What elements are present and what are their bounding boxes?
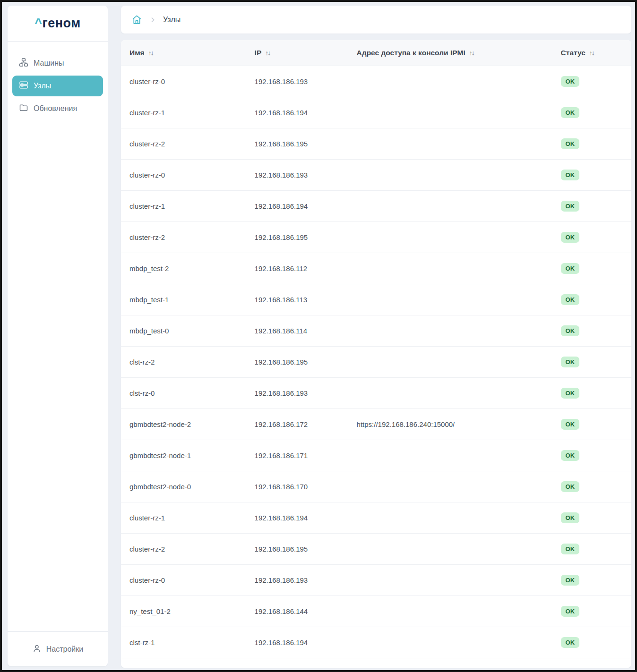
node-ip: 192.168.186.171 <box>246 440 348 471</box>
sidebar-item-machines[interactable]: Машины <box>12 53 103 74</box>
node-status-cell: OK <box>552 627 631 658</box>
node-name: cluster-rz-0 <box>121 66 246 97</box>
sort-icon[interactable]: ↑↓ <box>265 49 271 57</box>
table-row[interactable]: clst-rz-0 192.168.186.193 OK <box>121 378 631 409</box>
status-badge: OK <box>561 637 580 648</box>
table-row[interactable]: 1212nytest1-1 192.168.186.165 OK <box>121 658 631 668</box>
app-window: ^геном Машины <box>0 0 637 672</box>
table-row[interactable]: cluster-rz-0 192.168.186.193 OK <box>121 66 631 97</box>
status-badge: OK <box>561 388 580 399</box>
column-header-label: Статус <box>561 49 585 57</box>
table-row[interactable]: cluster-rz-1 192.168.186.194 OK <box>121 502 631 534</box>
status-badge: OK <box>561 294 580 305</box>
nodes-icon <box>19 80 28 92</box>
node-ip: 192.168.186.194 <box>246 502 348 534</box>
table-row[interactable]: clst-rz-1 192.168.186.194 OK <box>121 627 631 658</box>
node-status-cell: OK <box>552 128 631 160</box>
user-icon <box>32 644 42 655</box>
node-status-cell: OK <box>552 160 631 191</box>
breadcrumb: Узлы <box>121 6 631 34</box>
sort-icon[interactable]: ↑↓ <box>469 49 475 57</box>
updates-icon <box>19 103 28 114</box>
node-ipmi-address <box>348 315 552 347</box>
status-badge: OK <box>561 232 580 243</box>
table-row[interactable]: cluster-rz-0 192.168.186.193 OK <box>121 565 631 596</box>
node-name: cluster-rz-2 <box>121 222 246 253</box>
node-name: cluster-rz-1 <box>121 97 246 128</box>
logo-area: ^геном <box>8 6 108 42</box>
chevron-right-icon <box>149 16 156 24</box>
nodes-table-card: Имя ↑↓ IP ↑↓ Адрес доступа к консоли IPM… <box>121 40 631 668</box>
node-ip: 192.168.186.194 <box>246 627 348 658</box>
table-row[interactable]: cluster-rz-1 192.168.186.194 OK <box>121 97 631 128</box>
node-status-cell: OK <box>552 658 631 668</box>
node-name: mbdp_test-1 <box>121 284 246 315</box>
node-name: mbdp_test-0 <box>121 315 246 347</box>
node-status-cell: OK <box>552 378 631 409</box>
table-row[interactable]: gbmbdtest2-node-0 192.168.186.170 OK <box>121 471 631 502</box>
node-ip: 192.168.186.195 <box>246 128 348 160</box>
table-row[interactable]: cluster-rz-1 192.168.186.194 OK <box>121 191 631 222</box>
table-row[interactable]: cluster-rz-2 192.168.186.195 OK <box>121 222 631 253</box>
home-icon[interactable] <box>131 14 142 25</box>
node-status-cell: OK <box>552 565 631 596</box>
status-badge: OK <box>561 107 580 118</box>
column-header: Имя ↑↓ <box>121 40 246 66</box>
status-badge: OK <box>561 76 580 87</box>
node-status-cell: OK <box>552 347 631 378</box>
nodes-table-header: Имя ↑↓ IP ↑↓ Адрес доступа к консоли IPM… <box>121 40 631 66</box>
node-status-cell: OK <box>552 440 631 471</box>
table-row[interactable]: clst-rz-2 192.168.186.195 OK <box>121 347 631 378</box>
node-ip: 192.168.186.195 <box>246 347 348 378</box>
node-ip: 192.168.186.144 <box>246 596 348 627</box>
table-row[interactable]: mbdp_test-2 192.168.186.112 OK <box>121 253 631 284</box>
node-status-cell: OK <box>552 97 631 128</box>
node-ip: 192.168.186.165 <box>246 658 348 668</box>
column-header: IP ↑↓ <box>246 40 348 66</box>
node-name: clst-rz-1 <box>121 627 246 658</box>
sidebar-item-nodes[interactable]: Узлы <box>12 76 103 96</box>
node-ip: 192.168.186.193 <box>246 565 348 596</box>
table-row[interactable]: ny_test_01-2 192.168.186.144 OK <box>121 596 631 627</box>
logo-text: геном <box>43 16 81 30</box>
node-name: cluster-rz-0 <box>121 565 246 596</box>
node-ip: 192.168.186.193 <box>246 160 348 191</box>
table-row[interactable]: gbmbdtest2-node-1 192.168.186.171 OK <box>121 440 631 471</box>
machines-icon <box>19 58 28 69</box>
app-logo: ^геном <box>34 16 80 31</box>
sidebar: ^геном Машины <box>8 6 108 666</box>
sort-icon[interactable]: ↑↓ <box>589 49 595 57</box>
node-status-cell: OK <box>552 502 631 534</box>
status-badge: OK <box>561 544 580 554</box>
column-header-label: Имя <box>129 49 145 57</box>
status-badge: OK <box>561 481 580 492</box>
table-row[interactable]: cluster-rz-0 192.168.186.193 OK <box>121 160 631 191</box>
sort-icon[interactable]: ↑↓ <box>148 49 154 57</box>
table-row[interactable]: mbdp_test-1 192.168.186.113 OK <box>121 284 631 315</box>
status-badge: OK <box>561 357 580 367</box>
node-ipmi-address <box>348 222 552 253</box>
table-row[interactable]: cluster-rz-2 192.168.186.195 OK <box>121 534 631 565</box>
nodes-table-body: cluster-rz-0 192.168.186.193 OK cluster-… <box>121 66 631 668</box>
node-status-cell: OK <box>552 191 631 222</box>
node-status-cell: OK <box>552 253 631 284</box>
sidebar-item-updates[interactable]: Обновления <box>12 98 103 119</box>
node-ipmi-address <box>348 471 552 502</box>
node-name: ny_test_01-2 <box>121 596 246 627</box>
node-ipmi-address <box>348 191 552 222</box>
node-ip: 192.168.186.195 <box>246 534 348 565</box>
sidebar-item-settings[interactable]: Настройки <box>8 631 108 666</box>
node-name: gbmbdtest2-node-1 <box>121 440 246 471</box>
node-ip: 192.168.186.113 <box>246 284 348 315</box>
node-ipmi-address <box>348 66 552 97</box>
node-ipmi-address: https://192.168.186.240:15000/ <box>348 409 552 440</box>
node-status-cell: OK <box>552 315 631 347</box>
node-ip: 192.168.186.170 <box>246 471 348 502</box>
table-row[interactable]: cluster-rz-2 192.168.186.195 OK <box>121 128 631 160</box>
status-badge: OK <box>561 450 580 461</box>
table-row[interactable]: mbdp_test-0 192.168.186.114 OK <box>121 315 631 347</box>
node-ipmi-address <box>348 658 552 668</box>
node-ip: 192.168.186.172 <box>246 409 348 440</box>
node-ip: 192.168.186.193 <box>246 66 348 97</box>
table-row[interactable]: gbmbdtest2-node-2 192.168.186.172 https:… <box>121 409 631 440</box>
